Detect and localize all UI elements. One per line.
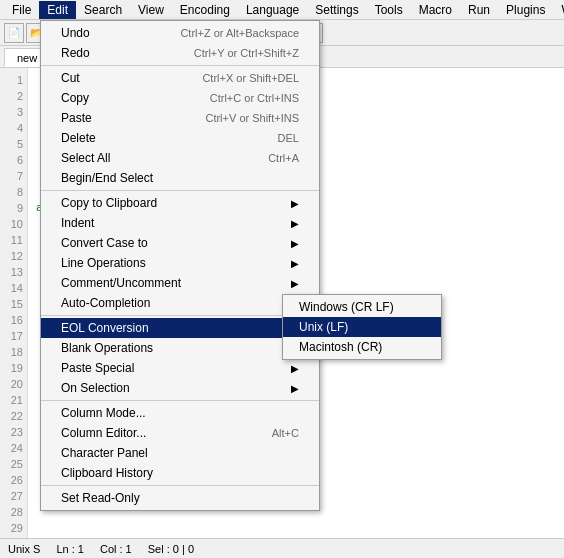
eol-submenu: Windows (CR LF) Unix (LF) Macintosh (CR): [282, 294, 442, 360]
menu-item-selectall-shortcut: Ctrl+A: [268, 152, 299, 164]
menu-item-columneditor-shortcut: Alt+C: [272, 427, 299, 439]
menu-item-copy[interactable]: Copy Ctrl+C or Ctrl+INS: [41, 88, 319, 108]
menu-item-columnmode[interactable]: Column Mode...: [41, 403, 319, 423]
menu-macro[interactable]: Macro: [411, 1, 460, 19]
menu-item-redo-label: Redo: [61, 46, 90, 60]
menu-item-paste-label: Paste: [61, 111, 92, 125]
menu-item-comment-label: Comment/Uncomment: [61, 276, 181, 290]
menu-run[interactable]: Run: [460, 1, 498, 19]
submenu-windows-label: Windows (CR LF): [299, 300, 394, 314]
menu-item-delete-label: Delete: [61, 131, 96, 145]
menu-item-columneditor[interactable]: Column Editor... Alt+C: [41, 423, 319, 443]
menu-item-pastespecial[interactable]: Paste Special ▶: [41, 358, 319, 378]
menu-item-copyclipboard-label: Copy to Clipboard: [61, 196, 157, 210]
arrow-icon: ▶: [291, 238, 299, 249]
menu-item-copy-shortcut: Ctrl+C or Ctrl+INS: [210, 92, 299, 104]
menu-item-onselection[interactable]: On Selection ▶: [41, 378, 319, 398]
menu-item-eolconv-label: EOL Conversion: [61, 321, 149, 335]
submenu-unix-label: Unix (LF): [299, 320, 348, 334]
menu-item-comment[interactable]: Comment/Uncomment ▶: [41, 273, 319, 293]
menu-item-selectall-label: Select All: [61, 151, 110, 165]
menu-item-convertcase[interactable]: Convert Case to ▶: [41, 233, 319, 253]
menu-item-indent[interactable]: Indent ▶: [41, 213, 319, 233]
menu-search[interactable]: Search: [76, 1, 130, 19]
menu-view[interactable]: View: [130, 1, 172, 19]
menu-item-blankops-label: Blank Operations: [61, 341, 153, 355]
menu-item-beginendsel[interactable]: Begin/End Select: [41, 168, 319, 188]
menu-item-undo[interactable]: Undo Ctrl+Z or Alt+Backspace: [41, 23, 319, 43]
menu-item-delete[interactable]: Delete DEL: [41, 128, 319, 148]
menu-language[interactable]: Language: [238, 1, 307, 19]
edit-dropdown-menu: Undo Ctrl+Z or Alt+Backspace Redo Ctrl+Y…: [40, 20, 320, 511]
menu-item-beginendsel-label: Begin/End Select: [61, 171, 153, 185]
sep3: [41, 315, 319, 316]
menu-item-cut[interactable]: Cut Ctrl+X or Shift+DEL: [41, 68, 319, 88]
menu-item-setreadonly-label: Set Read-Only: [61, 491, 140, 505]
menubar: File Edit Search View Encoding Language …: [0, 0, 564, 20]
arrow-icon: ▶: [291, 198, 299, 209]
menu-tools[interactable]: Tools: [367, 1, 411, 19]
menu-encoding[interactable]: Encoding: [172, 1, 238, 19]
menu-file[interactable]: File: [4, 1, 39, 19]
submenu-item-windows[interactable]: Windows (CR LF): [283, 297, 441, 317]
menu-item-redo[interactable]: Redo Ctrl+Y or Ctrl+Shift+Z: [41, 43, 319, 63]
menu-item-indent-label: Indent: [61, 216, 94, 230]
submenu-item-unix[interactable]: Unix (LF): [283, 317, 441, 337]
status-sel: Sel : 0 | 0: [148, 543, 194, 555]
line-numbers: 12345 678910 1112131415 1617181920 21222…: [0, 68, 28, 538]
submenu-mac-label: Macintosh (CR): [299, 340, 382, 354]
statusbar: Unix S Ln : 1 Col : 1 Sel : 0 | 0: [0, 538, 564, 558]
menu-item-blankops[interactable]: Blank Operations ▶: [41, 338, 319, 358]
menu-item-paste-shortcut: Ctrl+V or Shift+INS: [205, 112, 299, 124]
arrow-icon: ▶: [291, 278, 299, 289]
menu-item-cliphistory[interactable]: Clipboard History: [41, 463, 319, 483]
arrow-icon: ▶: [291, 383, 299, 394]
menu-item-convertcase-label: Convert Case to: [61, 236, 148, 250]
menu-item-charpanel-label: Character Panel: [61, 446, 148, 460]
menu-item-cut-label: Cut: [61, 71, 80, 85]
menu-item-paste[interactable]: Paste Ctrl+V or Shift+INS: [41, 108, 319, 128]
sep5: [41, 485, 319, 486]
menu-item-selectall[interactable]: Select All Ctrl+A: [41, 148, 319, 168]
arrow-icon: ▶: [291, 218, 299, 229]
sep2: [41, 190, 319, 191]
status-col: Col : 1: [100, 543, 132, 555]
menu-item-autocomp[interactable]: Auto-Completion ▶: [41, 293, 319, 313]
menu-item-setreadonly[interactable]: Set Read-Only: [41, 488, 319, 508]
arrow-icon: ▶: [291, 258, 299, 269]
menu-item-eolconv[interactable]: EOL Conversion ▶: [41, 318, 319, 338]
menu-settings[interactable]: Settings: [307, 1, 366, 19]
menu-window[interactable]: Window: [553, 1, 564, 19]
menu-plugins[interactable]: Plugins: [498, 1, 553, 19]
status-unix: Unix S: [8, 543, 40, 555]
submenu-item-mac[interactable]: Macintosh (CR): [283, 337, 441, 357]
menu-item-columnmode-label: Column Mode...: [61, 406, 146, 420]
menu-item-cliphistory-label: Clipboard History: [61, 466, 153, 480]
sep1: [41, 65, 319, 66]
menu-item-autocomp-label: Auto-Completion: [61, 296, 150, 310]
menu-item-charpanel[interactable]: Character Panel: [41, 443, 319, 463]
toolbar-new[interactable]: 📄: [4, 23, 24, 43]
menu-edit[interactable]: Edit: [39, 1, 76, 19]
menu-item-redo-shortcut: Ctrl+Y or Ctrl+Shift+Z: [194, 47, 299, 59]
menu-item-lineops[interactable]: Line Operations ▶: [41, 253, 319, 273]
menu-item-delete-shortcut: DEL: [278, 132, 299, 144]
menu-item-columneditor-label: Column Editor...: [61, 426, 146, 440]
menu-item-lineops-label: Line Operations: [61, 256, 146, 270]
menu-item-copyclipboard[interactable]: Copy to Clipboard ▶: [41, 193, 319, 213]
menu-item-copy-label: Copy: [61, 91, 89, 105]
status-ln: Ln : 1: [56, 543, 84, 555]
menu-item-cut-shortcut: Ctrl+X or Shift+DEL: [202, 72, 299, 84]
menu-item-onselection-label: On Selection: [61, 381, 130, 395]
menu-item-pastespecial-label: Paste Special: [61, 361, 134, 375]
menu-item-undo-label: Undo: [61, 26, 90, 40]
arrow-icon: ▶: [291, 363, 299, 374]
menu-item-undo-shortcut: Ctrl+Z or Alt+Backspace: [180, 27, 299, 39]
sep4: [41, 400, 319, 401]
